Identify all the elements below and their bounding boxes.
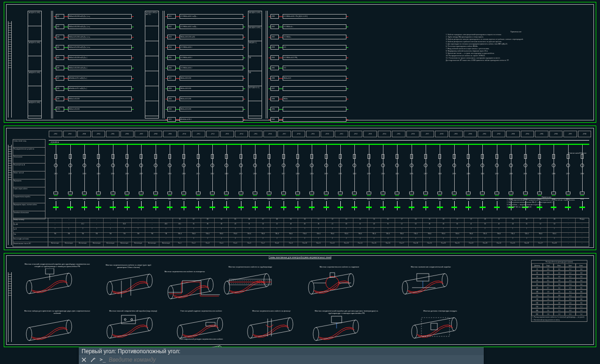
- feeder-header: -1F23: [363, 131, 377, 137]
- feeder-header: -1F12: [206, 131, 220, 137]
- detail-drawing: [309, 315, 370, 348]
- sld-row-headers: Схема линии/ соед.Распределительное устр…: [13, 139, 45, 228]
- ladder-marks-top: [8, 21, 12, 118]
- cable-run: -W33xТ.1: [269, 44, 348, 53]
- feeder-header: -1F38: [578, 131, 592, 137]
- detail-drawing: [103, 269, 164, 302]
- command-input[interactable]: [109, 357, 482, 363]
- cable-run: -W1ВБШв-4х16-0.66 ок(N)-[Ту...] -н,ц: [54, 13, 134, 22]
- detail-title: Монтаж нагревательного кабеля на задвижк…: [304, 266, 375, 268]
- cable-run: -W15xТ.2 ВБШв-4х50-1: [165, 54, 245, 63]
- detail-drawing: [243, 313, 304, 346]
- note-line: 2. Фактический расход уточнить по месту.: [532, 319, 587, 321]
- cable-run: -W16xТ.2 ВБШв-4х50-1: [165, 64, 245, 74]
- drawing-canvas[interactable]: -A1 [ЩЭ-1-1-1/01]-A2 [ЩЭ-1-1-2/01]-A3 [Щ…: [0, 0, 600, 347]
- svg-point-4: [147, 274, 152, 287]
- feeder-header: -1F25: [392, 131, 405, 137]
- svg-point-23: [131, 319, 133, 320]
- table-row: 400.40.30.20.3: [532, 275, 587, 278]
- svg-point-14: [402, 281, 408, 294]
- detail-title: Монтаж заземления соединительной коробки: [398, 266, 464, 268]
- svg-rect-35: [431, 323, 437, 330]
- command-input-row: >_: [79, 355, 484, 364]
- svg-point-38: [91, 361, 92, 362]
- svg-point-25: [217, 318, 223, 331]
- table-row: 650.60.40.30.4: [532, 282, 587, 286]
- sub-feeder: нЭ30: [461, 201, 475, 215]
- sub-feeder: нЭ23: [362, 201, 376, 215]
- sub-feeder: нЭ3: [77, 201, 91, 215]
- cable-run: -W8АПвБШв-4х70-1 ок(N)-[Ту...]: [54, 85, 134, 94]
- sld-rowhead: Соединительная коробка: [13, 195, 45, 203]
- detail-title: Монтаж соединительной коробки для датчик…: [309, 310, 384, 314]
- wiring-label-column: ЩЭ [ЩЭ-1-1-1/01]ЩЭ [ЩЭ-2-1-1/01]ЩК [ЩЭ-1…: [248, 11, 262, 119]
- sld-rowhead: Расчетный ток, А: [13, 163, 45, 171]
- svg-point-3: [107, 282, 112, 295]
- sub-feeder: нЭ25: [390, 201, 404, 215]
- detail-drawing: [103, 313, 164, 346]
- sub-feeder: нЭ7: [134, 201, 148, 215]
- feeder-header: -1F36: [549, 131, 563, 137]
- svg-point-10: [308, 281, 314, 294]
- sub-feeder: нЭ9: [163, 201, 177, 215]
- sheet-bot-frame: Схемы монтажные для электрообогрева нагр…: [4, 253, 596, 347]
- table-row: Pу, кВт--45.2--35.8--43.640.135363840315…: [13, 223, 589, 228]
- cable-run: -W17ВБШв-4х35-0.66: [165, 74, 245, 84]
- detail-title: Монтаж нагревательного кабеля на опоре (…: [103, 264, 154, 268]
- svg-point-11: [348, 274, 354, 287]
- table-row: 1501.40.70.50.8: [532, 297, 587, 301]
- svg-point-17: [26, 327, 32, 341]
- feeder-header: -1F11: [192, 131, 205, 137]
- svg-rect-26: [206, 322, 215, 326]
- cable-run: -W7АПвБШв-4х70-1 ок(N)-[Ту...]: [54, 74, 134, 84]
- cable-run: -W2ВБШв-4х16-0.66 ок(N)-[Ту...] -н,ц: [54, 23, 134, 32]
- svg-point-20: [147, 318, 152, 331]
- bus-riser: [51, 11, 52, 119]
- sld-header-row: -1F01-1F02-1F03-1F04-1F05-1F06-1F07-1F08…: [49, 131, 591, 137]
- detail-title: Монтаж набора для крепления на трубопров…: [22, 310, 92, 314]
- table-row: 800.70.40.30.5: [532, 286, 587, 290]
- mounting-detail: Монтаж датчика температуры воздуха: [407, 310, 473, 346]
- svg-point-0: [26, 281, 32, 294]
- sub-feeder: нЭ31: [475, 201, 489, 215]
- svg-rect-2: [45, 268, 54, 274]
- cable-run: -W3ВБШв-4х25-0.66 ок(N)-[Ту...] -н,ц: [54, 33, 134, 43]
- svg-rect-16: [417, 274, 429, 281]
- feeder-header: -1F01: [49, 131, 62, 137]
- detail-drawing: [407, 313, 468, 346]
- feeder-header: -1F33: [506, 131, 520, 137]
- sheet-top-frame: -A1 [ЩЭ-1-1-1/01]-A2 [ЩЭ-1-1-2/01]-A3 [Щ…: [4, 2, 596, 123]
- cable-run: -W32xТ.1 ВБШв...: [269, 33, 348, 43]
- sub-feeder: нЭ19: [305, 201, 319, 215]
- detail-title: Монтаж нагревательного кабеля на трубопр…: [220, 266, 281, 268]
- sub-feeder: нЭ12: [205, 201, 219, 215]
- mounting-detail: Монтаж заземления соединительной коробки: [398, 266, 464, 302]
- svg-point-29: [313, 327, 319, 341]
- cable-run: -W13ВБШв-4х35-0.66 ок(N): [165, 33, 245, 43]
- sub-feeder: нЭ6: [120, 201, 134, 215]
- sub-feeder: нЭ4: [91, 201, 105, 215]
- detail-title: Монтаж плоской соединительной коробки дл…: [22, 263, 92, 267]
- sub-feeder: нЭ32: [490, 201, 504, 215]
- customize-icon[interactable]: [90, 357, 97, 363]
- sub-feeder: нЭ28: [433, 201, 447, 215]
- cable-run: -W38ВБШв..: [269, 95, 348, 104]
- feeder-header: -1F35: [535, 131, 548, 137]
- feeder-header: -1F34: [521, 131, 534, 137]
- feeder-header: -1F09: [163, 131, 177, 137]
- table-row: 3002.41.10.81.3: [532, 308, 587, 312]
- sub-feeder: нЭ17: [277, 201, 291, 215]
- detail-title: Монтаж датчика температуры воздуха: [407, 310, 473, 312]
- command-line-panel: Первый угол: Противоположный угол: >_: [79, 347, 484, 364]
- feeder-header: -1F28: [435, 131, 449, 137]
- svg-point-33: [451, 318, 457, 331]
- cable-run: -W36ВБШв-4х25: [269, 74, 348, 84]
- mounting-detail: Монтаж нагревательного кабеля на опоре (…: [103, 264, 154, 302]
- feeder-header: -1F20: [321, 131, 334, 137]
- feeder-header: -1F10: [178, 131, 191, 137]
- close-icon[interactable]: [81, 357, 87, 363]
- feeder-header: -1F16: [263, 131, 277, 137]
- svg-point-19: [107, 325, 112, 338]
- feeder-header: -1F30: [464, 131, 477, 137]
- mounting-detail: Монтаж нагревательного кабеля на трубопр…: [220, 266, 281, 302]
